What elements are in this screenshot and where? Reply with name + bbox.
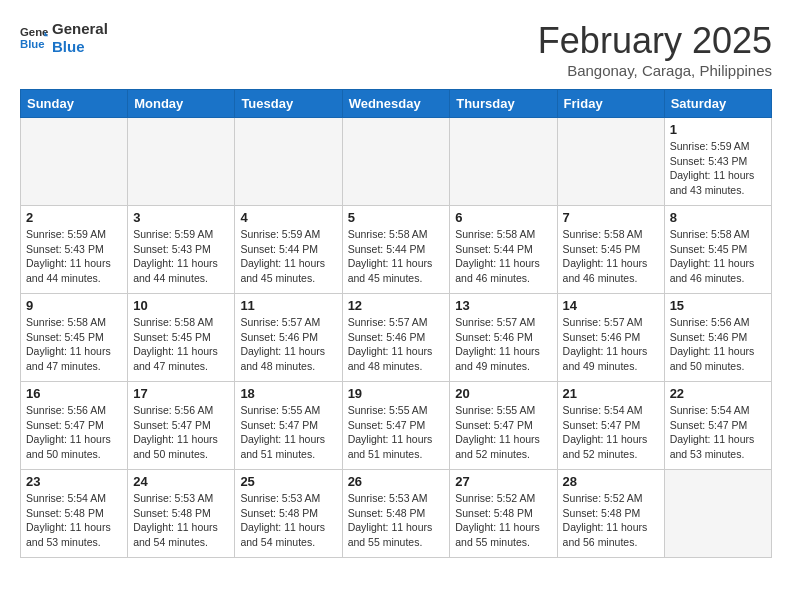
day-number: 21	[563, 386, 659, 401]
week-row-4: 23Sunrise: 5:54 AM Sunset: 5:48 PM Dayli…	[21, 470, 772, 558]
day-info: Sunrise: 5:52 AM Sunset: 5:48 PM Dayligh…	[455, 491, 551, 550]
calendar-cell: 9Sunrise: 5:58 AM Sunset: 5:45 PM Daylig…	[21, 294, 128, 382]
calendar-cell: 3Sunrise: 5:59 AM Sunset: 5:43 PM Daylig…	[128, 206, 235, 294]
calendar-cell: 15Sunrise: 5:56 AM Sunset: 5:46 PM Dayli…	[664, 294, 771, 382]
day-number: 4	[240, 210, 336, 225]
day-number: 12	[348, 298, 445, 313]
day-info: Sunrise: 5:58 AM Sunset: 5:45 PM Dayligh…	[133, 315, 229, 374]
day-info: Sunrise: 5:58 AM Sunset: 5:45 PM Dayligh…	[26, 315, 122, 374]
calendar-cell: 19Sunrise: 5:55 AM Sunset: 5:47 PM Dayli…	[342, 382, 450, 470]
location-title: Bangonay, Caraga, Philippines	[538, 62, 772, 79]
calendar-cell	[557, 118, 664, 206]
day-number: 22	[670, 386, 766, 401]
calendar-cell: 26Sunrise: 5:53 AM Sunset: 5:48 PM Dayli…	[342, 470, 450, 558]
day-info: Sunrise: 5:57 AM Sunset: 5:46 PM Dayligh…	[348, 315, 445, 374]
day-number: 10	[133, 298, 229, 313]
week-row-3: 16Sunrise: 5:56 AM Sunset: 5:47 PM Dayli…	[21, 382, 772, 470]
calendar-cell: 23Sunrise: 5:54 AM Sunset: 5:48 PM Dayli…	[21, 470, 128, 558]
calendar-cell: 2Sunrise: 5:59 AM Sunset: 5:43 PM Daylig…	[21, 206, 128, 294]
calendar-cell	[235, 118, 342, 206]
calendar-cell: 4Sunrise: 5:59 AM Sunset: 5:44 PM Daylig…	[235, 206, 342, 294]
week-row-2: 9Sunrise: 5:58 AM Sunset: 5:45 PM Daylig…	[21, 294, 772, 382]
calendar-cell: 1Sunrise: 5:59 AM Sunset: 5:43 PM Daylig…	[664, 118, 771, 206]
day-number: 6	[455, 210, 551, 225]
header-wednesday: Wednesday	[342, 90, 450, 118]
day-info: Sunrise: 5:58 AM Sunset: 5:45 PM Dayligh…	[670, 227, 766, 286]
day-info: Sunrise: 5:57 AM Sunset: 5:46 PM Dayligh…	[563, 315, 659, 374]
calendar-cell: 12Sunrise: 5:57 AM Sunset: 5:46 PM Dayli…	[342, 294, 450, 382]
day-number: 14	[563, 298, 659, 313]
calendar-cell: 24Sunrise: 5:53 AM Sunset: 5:48 PM Dayli…	[128, 470, 235, 558]
day-number: 5	[348, 210, 445, 225]
day-number: 17	[133, 386, 229, 401]
calendar-cell: 14Sunrise: 5:57 AM Sunset: 5:46 PM Dayli…	[557, 294, 664, 382]
calendar-cell: 28Sunrise: 5:52 AM Sunset: 5:48 PM Dayli…	[557, 470, 664, 558]
calendar-cell: 6Sunrise: 5:58 AM Sunset: 5:44 PM Daylig…	[450, 206, 557, 294]
logo-icon: General Blue	[20, 24, 48, 52]
day-info: Sunrise: 5:57 AM Sunset: 5:46 PM Dayligh…	[240, 315, 336, 374]
day-number: 8	[670, 210, 766, 225]
calendar-cell: 13Sunrise: 5:57 AM Sunset: 5:46 PM Dayli…	[450, 294, 557, 382]
day-number: 18	[240, 386, 336, 401]
day-number: 1	[670, 122, 766, 137]
day-info: Sunrise: 5:59 AM Sunset: 5:43 PM Dayligh…	[670, 139, 766, 198]
day-number: 11	[240, 298, 336, 313]
day-info: Sunrise: 5:59 AM Sunset: 5:44 PM Dayligh…	[240, 227, 336, 286]
logo: General Blue General Blue	[20, 20, 108, 56]
day-info: Sunrise: 5:56 AM Sunset: 5:47 PM Dayligh…	[133, 403, 229, 462]
day-number: 28	[563, 474, 659, 489]
day-info: Sunrise: 5:54 AM Sunset: 5:47 PM Dayligh…	[670, 403, 766, 462]
calendar-cell: 11Sunrise: 5:57 AM Sunset: 5:46 PM Dayli…	[235, 294, 342, 382]
day-number: 7	[563, 210, 659, 225]
calendar-cell: 7Sunrise: 5:58 AM Sunset: 5:45 PM Daylig…	[557, 206, 664, 294]
day-number: 25	[240, 474, 336, 489]
logo-blue: Blue	[52, 38, 108, 56]
day-info: Sunrise: 5:53 AM Sunset: 5:48 PM Dayligh…	[240, 491, 336, 550]
day-number: 23	[26, 474, 122, 489]
calendar-cell	[664, 470, 771, 558]
calendar-cell: 8Sunrise: 5:58 AM Sunset: 5:45 PM Daylig…	[664, 206, 771, 294]
calendar-cell: 16Sunrise: 5:56 AM Sunset: 5:47 PM Dayli…	[21, 382, 128, 470]
day-info: Sunrise: 5:55 AM Sunset: 5:47 PM Dayligh…	[240, 403, 336, 462]
calendar-cell	[128, 118, 235, 206]
day-info: Sunrise: 5:53 AM Sunset: 5:48 PM Dayligh…	[133, 491, 229, 550]
day-info: Sunrise: 5:57 AM Sunset: 5:46 PM Dayligh…	[455, 315, 551, 374]
day-info: Sunrise: 5:55 AM Sunset: 5:47 PM Dayligh…	[348, 403, 445, 462]
calendar-table: SundayMondayTuesdayWednesdayThursdayFrid…	[20, 89, 772, 558]
page-header: General Blue General Blue February 2025 …	[20, 20, 772, 79]
calendar-cell	[450, 118, 557, 206]
day-info: Sunrise: 5:59 AM Sunset: 5:43 PM Dayligh…	[26, 227, 122, 286]
day-number: 20	[455, 386, 551, 401]
day-info: Sunrise: 5:58 AM Sunset: 5:44 PM Dayligh…	[455, 227, 551, 286]
day-number: 3	[133, 210, 229, 225]
header-monday: Monday	[128, 90, 235, 118]
calendar-cell: 18Sunrise: 5:55 AM Sunset: 5:47 PM Dayli…	[235, 382, 342, 470]
day-number: 9	[26, 298, 122, 313]
logo-general: General	[52, 20, 108, 38]
day-number: 19	[348, 386, 445, 401]
day-number: 26	[348, 474, 445, 489]
week-row-0: 1Sunrise: 5:59 AM Sunset: 5:43 PM Daylig…	[21, 118, 772, 206]
calendar-cell	[342, 118, 450, 206]
day-info: Sunrise: 5:53 AM Sunset: 5:48 PM Dayligh…	[348, 491, 445, 550]
calendar-cell	[21, 118, 128, 206]
calendar-header-row: SundayMondayTuesdayWednesdayThursdayFrid…	[21, 90, 772, 118]
calendar-cell: 10Sunrise: 5:58 AM Sunset: 5:45 PM Dayli…	[128, 294, 235, 382]
svg-text:General: General	[20, 26, 48, 38]
day-number: 16	[26, 386, 122, 401]
day-info: Sunrise: 5:56 AM Sunset: 5:46 PM Dayligh…	[670, 315, 766, 374]
day-number: 15	[670, 298, 766, 313]
calendar-cell: 21Sunrise: 5:54 AM Sunset: 5:47 PM Dayli…	[557, 382, 664, 470]
day-info: Sunrise: 5:54 AM Sunset: 5:48 PM Dayligh…	[26, 491, 122, 550]
day-number: 24	[133, 474, 229, 489]
calendar-cell: 20Sunrise: 5:55 AM Sunset: 5:47 PM Dayli…	[450, 382, 557, 470]
day-info: Sunrise: 5:54 AM Sunset: 5:47 PM Dayligh…	[563, 403, 659, 462]
calendar-cell: 22Sunrise: 5:54 AM Sunset: 5:47 PM Dayli…	[664, 382, 771, 470]
day-info: Sunrise: 5:59 AM Sunset: 5:43 PM Dayligh…	[133, 227, 229, 286]
header-thursday: Thursday	[450, 90, 557, 118]
calendar-cell: 5Sunrise: 5:58 AM Sunset: 5:44 PM Daylig…	[342, 206, 450, 294]
title-block: February 2025 Bangonay, Caraga, Philippi…	[538, 20, 772, 79]
svg-text:Blue: Blue	[20, 38, 45, 50]
day-info: Sunrise: 5:58 AM Sunset: 5:44 PM Dayligh…	[348, 227, 445, 286]
header-saturday: Saturday	[664, 90, 771, 118]
